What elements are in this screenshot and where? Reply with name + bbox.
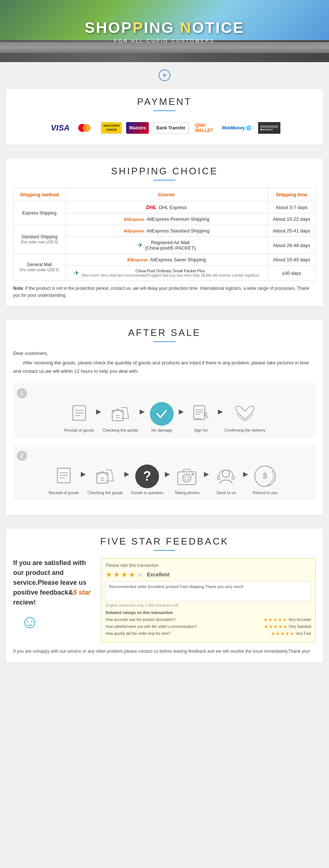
flow-1-number: 1 [17, 388, 27, 398]
signfor-icon [189, 402, 213, 426]
shipping-section: SHIPPING CHOICE Shipping method Courier … [5, 158, 324, 307]
ali-standard-courier: AliExpress AliExpress Standard Shipping [65, 225, 268, 237]
hero-title-text: SHOPPING NOTICE [84, 19, 244, 36]
flow2-arrow-3: ▶ [165, 465, 170, 478]
after-sale-divider [154, 341, 175, 342]
rating-row-1: How accurate was the product description… [106, 617, 311, 622]
flow2-step-sendtous: Send to us [211, 465, 242, 495]
flow2-step-photos: Taking photos [171, 465, 203, 495]
desc-line1: Dear customers, [13, 349, 316, 357]
svg-rect-7 [194, 406, 205, 420]
flow2-step-receipt: Receipt of goods [48, 465, 79, 495]
checking-icon-2 [93, 465, 117, 488]
flow-label-confirming: Confirming the delivery [224, 428, 266, 432]
flow-arrow-2: ▶ [140, 402, 145, 416]
western-union-logo: WESTERNUNION [101, 122, 122, 134]
flow-1-section: 1 Receipt of goods ▶ [13, 383, 316, 438]
table-row: Express Shipping DHL DHL Express About 3… [14, 201, 316, 213]
flow-step-confirming: Confirming the delivery [224, 402, 266, 432]
rating-row-3: How quickly did the seller ship the item… [106, 631, 311, 636]
star-4: ★ [129, 570, 135, 579]
shipping-table: Shipping method Courier Shipping time Ex… [13, 188, 316, 281]
rating-question-3: How quickly did the seller ship the item… [106, 632, 171, 636]
flow-label-checking1: Checking the goods [103, 428, 138, 432]
rating-label-3: Very Fast [296, 632, 311, 636]
shipping-col-courier: Courier [65, 188, 268, 201]
flow-step-checking1: Checking the goods [103, 402, 138, 432]
flow2-arrow-1: ▶ [81, 465, 86, 478]
feedback-left: If you are satisfied with our product an… [13, 558, 94, 632]
feedback-section: FIVE STAR FEEDBACK If you are satisfied … [5, 528, 324, 663]
flow2-arrow-2: ▶ [124, 465, 129, 478]
flow2-label-checking: Checking the goods [87, 490, 123, 495]
flow-label-receipt1: Receipt of goods [64, 428, 94, 432]
flow2-label-refund: Refund to you [253, 490, 278, 495]
rating-question-1: How accurate was the product description… [106, 618, 175, 622]
webmoney-logo: WebMoney 🌐 [220, 122, 254, 134]
flow2-label-question: Goods in question [131, 490, 163, 495]
table-row: General Mail (For order under USD 5) Ali… [14, 254, 316, 266]
svg-point-24 [222, 470, 230, 477]
rating-question-2: How satisfied were you with the seller's… [106, 625, 197, 629]
airmail-name: Regisered Air Mail(China post/E-PACKET) [145, 240, 196, 251]
review-box[interactable]: Recommended seller Excellent product Fas… [106, 581, 311, 601]
dhl-time: About 3-7 days [268, 201, 316, 213]
mastercard-logo [76, 122, 97, 134]
flow-1-steps: Receipt of goods ▶ Checking the goods ▶ [17, 402, 312, 432]
general-mail-method: General Mail (For order under USD 5) [14, 254, 66, 281]
ali-premium-name: AliExpress Premium Shipping [147, 216, 209, 222]
dhl-name: DHL Express [159, 205, 187, 210]
star-5-empty: ★ [136, 570, 143, 579]
feedback-content: If you are satisfied with our product an… [13, 558, 316, 643]
hero-title: SHOPPING NOTICE [84, 19, 244, 37]
feedback-right: Please rate this transaction ★ ★ ★ ★ ★ E… [101, 558, 316, 643]
flow2-arrow-5: ▶ [243, 465, 248, 478]
flow-label-signfor: Sign for [194, 428, 208, 432]
after-sale-title: AFTER SALE [13, 327, 316, 338]
flow-2-steps: Receipt of goods ▶ Checking the goods ▶ [17, 465, 312, 495]
ali-saver-name: AliExpress Saver Shipping [150, 257, 206, 262]
desc-line2: After receiving the goods, please check … [13, 359, 316, 375]
ali-standard-name: AliExpress Standard Shipping [147, 228, 209, 234]
headset-icon [214, 465, 238, 488]
feedback-main-text: If you are satisfied with our product an… [13, 558, 94, 607]
rate-label: Please rate this transaction [106, 563, 311, 568]
flow2-arrow-4: ▶ [204, 465, 209, 478]
ali-standard-time: About 25-41 days [268, 225, 316, 237]
flow2-step-question: ? Goods in question [131, 465, 163, 495]
airmail-time: About 26-48 days [268, 237, 316, 254]
aliexpress-logo: AliExpress [124, 217, 144, 221]
rating-stars-1: ★ ★ ★ ★ ★ [264, 617, 287, 622]
ali-premium-courier: AliExpress AliExpress Premium Shipping [65, 213, 268, 225]
ali-premium-time: About 15-22 days [268, 213, 316, 225]
feedback-divider [154, 550, 175, 551]
boleto-logo: |||||||||||||||Boleto! [258, 122, 280, 134]
flow-step-receipt1: Receipt of goods [64, 402, 95, 432]
receipt-icon-2 [52, 465, 76, 488]
char-count: English characters only, 1,000 character… [106, 603, 311, 607]
flow-arrow-1: ▶ [96, 402, 101, 416]
china-post-courier: ✈ China Post Ordinary Small Packet Plus(… [65, 266, 268, 281]
flow-label-nodamage: No damage [151, 428, 172, 432]
flow2-step-checking: Checking the goods [87, 465, 123, 495]
airmail-icon: ✈ [137, 241, 143, 249]
nodamage-icon [150, 402, 174, 426]
standard-shipping-method: Standard Shipping (For order over USD 5) [14, 225, 66, 254]
svg-rect-26 [232, 476, 234, 480]
confirming-icon [233, 402, 257, 426]
camera-icon [175, 465, 199, 488]
payment-logos: VISA WESTERNUNION Maestro Bank Transfer … [13, 118, 316, 137]
rating-label-2: Very Satisfied [289, 625, 311, 629]
ali-saver-time: About 15-45 days [268, 254, 316, 266]
feedback-bottom-text: If you are unhappy with our service or a… [13, 648, 316, 655]
svg-rect-23 [192, 473, 194, 475]
checking-icon-1 [109, 402, 132, 426]
svg-rect-25 [218, 476, 220, 480]
maestro-logo: Maestro [126, 122, 149, 134]
shipping-col-time: Shipping time [268, 188, 316, 201]
rating-row-2: How satisfied were you with the seller's… [106, 624, 311, 629]
visa-logo: VISA [49, 122, 72, 134]
receipt-icon-1 [67, 402, 91, 426]
star-label: Excellent [147, 572, 169, 577]
hero-banner: SHOPPING NOTICE FOR ALL CUPID CUSTOMERS [0, 0, 329, 62]
